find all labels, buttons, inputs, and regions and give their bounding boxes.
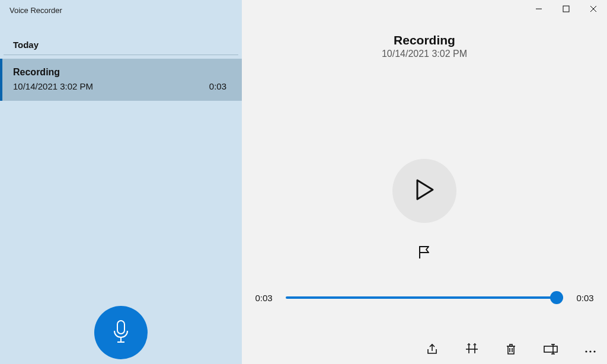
player-title: Recording xyxy=(242,33,607,47)
trash-icon xyxy=(505,343,517,358)
slider-thumb[interactable] xyxy=(550,291,563,304)
close-icon xyxy=(590,4,597,15)
svg-marker-7 xyxy=(417,180,433,199)
player-header: Recording 10/14/2021 3:02 PM xyxy=(242,33,607,59)
share-icon xyxy=(426,343,439,358)
recording-item-name: Recording xyxy=(13,67,226,78)
record-button[interactable] xyxy=(94,306,148,359)
play-icon xyxy=(414,178,435,204)
share-button[interactable] xyxy=(426,343,439,358)
play-button[interactable] xyxy=(392,159,456,223)
playback-slider-row: 0:03 0:03 xyxy=(242,292,607,304)
rename-button[interactable] xyxy=(543,344,558,357)
trim-button[interactable] xyxy=(465,343,479,358)
recording-item[interactable]: Recording 10/14/2021 3:02 PM 0:03 xyxy=(0,59,242,101)
svg-rect-4 xyxy=(563,6,569,12)
delete-button[interactable] xyxy=(505,343,517,358)
recording-item-date: 10/14/2021 3:02 PM xyxy=(13,81,93,91)
sidebar-section-today: Today xyxy=(4,15,238,55)
app-title: Voice Recorder xyxy=(0,0,242,15)
playback-slider[interactable] xyxy=(286,292,563,304)
main-panel: Recording 10/14/2021 3:02 PM 0:03 0:03 xyxy=(242,0,607,364)
flag-icon xyxy=(417,244,432,262)
window-controls xyxy=(525,0,607,19)
svg-rect-14 xyxy=(544,346,557,352)
maximize-button[interactable] xyxy=(552,0,580,19)
svg-point-19 xyxy=(589,350,591,352)
trim-icon xyxy=(465,343,479,358)
add-marker-button[interactable] xyxy=(242,244,607,262)
minimize-button[interactable] xyxy=(525,0,552,19)
current-time-label: 0:03 xyxy=(251,293,276,303)
svg-rect-0 xyxy=(117,321,124,334)
total-time-label: 0:03 xyxy=(573,293,598,303)
close-button[interactable] xyxy=(580,0,607,19)
more-icon xyxy=(584,345,596,356)
more-button[interactable] xyxy=(584,345,596,356)
svg-point-18 xyxy=(585,350,587,352)
rename-icon xyxy=(543,344,558,357)
microphone-icon xyxy=(111,320,131,346)
svg-point-20 xyxy=(593,350,595,352)
recording-item-duration: 0:03 xyxy=(209,81,226,91)
maximize-icon xyxy=(563,4,570,15)
bottom-toolbar xyxy=(426,343,596,358)
slider-track xyxy=(286,296,563,299)
player-date: 10/14/2021 3:02 PM xyxy=(242,49,607,59)
sidebar: Voice Recorder Today Recording 10/14/202… xyxy=(0,0,242,364)
minimize-icon xyxy=(535,4,542,15)
